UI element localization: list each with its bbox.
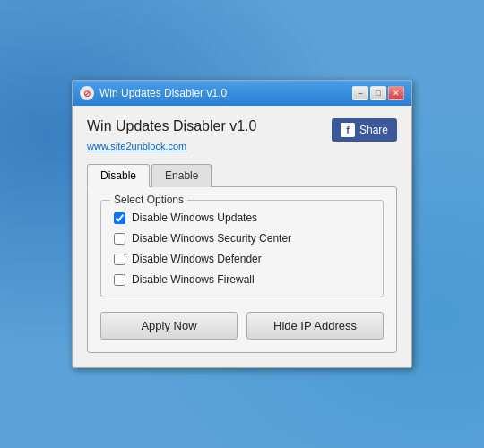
application-window: ⊘ Win Updates Disabler v1.0 – □ ✕ Win Up… bbox=[72, 80, 412, 368]
options-group: Select Options Disable Windows Updates D… bbox=[100, 200, 384, 297]
action-buttons: Apply Now Hide IP Address bbox=[100, 312, 384, 340]
tab-disable[interactable]: Disable bbox=[87, 164, 150, 187]
titlebar: ⊘ Win Updates Disabler v1.0 – □ ✕ bbox=[73, 81, 411, 106]
app-link[interactable]: www.site2unblock.com bbox=[87, 141, 186, 151]
facebook-icon: f bbox=[341, 123, 355, 137]
apply-now-button[interactable]: Apply Now bbox=[100, 312, 238, 340]
checkbox-item-4: Disable Windows Firewall bbox=[114, 273, 370, 286]
share-label: Share bbox=[359, 124, 388, 136]
window-body: Win Updates Disabler v1.0 www.site2unblo… bbox=[73, 106, 411, 367]
close-button[interactable]: ✕ bbox=[388, 86, 404, 100]
app-title-area: Win Updates Disabler v1.0 www.site2unblo… bbox=[87, 118, 256, 153]
facebook-share-button[interactable]: f Share bbox=[332, 118, 397, 142]
options-group-label: Select Options bbox=[110, 194, 187, 206]
checkbox-item-1: Disable Windows Updates bbox=[114, 211, 370, 224]
tab-bar: Disable Enable bbox=[87, 164, 397, 187]
maximize-button[interactable]: □ bbox=[370, 86, 386, 100]
titlebar-title: Win Updates Disabler v1.0 bbox=[99, 87, 227, 99]
checkbox-label-3: Disable Windows Defender bbox=[132, 253, 262, 265]
app-icon: ⊘ bbox=[80, 86, 94, 100]
checkbox-disable-windows-updates[interactable] bbox=[114, 212, 125, 224]
app-title: Win Updates Disabler v1.0 bbox=[87, 118, 256, 134]
hide-ip-button[interactable]: Hide IP Address bbox=[246, 312, 384, 340]
tab-enable[interactable]: Enable bbox=[151, 164, 212, 187]
titlebar-left: ⊘ Win Updates Disabler v1.0 bbox=[80, 86, 227, 100]
checkbox-disable-defender[interactable] bbox=[114, 254, 125, 265]
checkbox-disable-security-center[interactable] bbox=[114, 233, 125, 245]
checkbox-label-2: Disable Windows Security Center bbox=[132, 232, 291, 245]
checkbox-item-3: Disable Windows Defender bbox=[114, 253, 370, 265]
app-header: Win Updates Disabler v1.0 www.site2unblo… bbox=[87, 118, 397, 153]
checkbox-label-1: Disable Windows Updates bbox=[132, 211, 257, 224]
checkbox-disable-firewall[interactable] bbox=[114, 274, 125, 286]
titlebar-buttons: – □ ✕ bbox=[352, 86, 404, 100]
checkbox-item-2: Disable Windows Security Center bbox=[114, 232, 370, 245]
options-panel: Select Options Disable Windows Updates D… bbox=[87, 186, 397, 353]
checkbox-label-4: Disable Windows Firewall bbox=[132, 273, 255, 286]
minimize-button[interactable]: – bbox=[352, 86, 368, 100]
